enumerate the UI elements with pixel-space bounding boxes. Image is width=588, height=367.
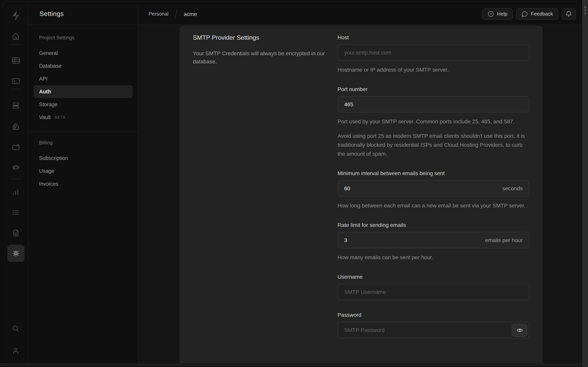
sidebar-item-subscription[interactable]: Subscription xyxy=(33,152,133,164)
sidebar-item-storage[interactable]: Storage xyxy=(33,98,133,111)
host-input[interactable] xyxy=(338,44,529,60)
database-icon[interactable] xyxy=(7,97,24,114)
card-title: SMTP Provider Settings xyxy=(193,34,326,41)
page-title: Settings xyxy=(40,10,64,18)
sidebar-item-vault[interactable]: Vault BETA xyxy=(33,111,133,124)
help-button[interactable]: ? Help xyxy=(482,8,513,20)
username-label: Username xyxy=(338,273,529,280)
logs-icon[interactable] xyxy=(7,204,24,221)
rail-divider xyxy=(10,179,21,179)
breadcrumb-project[interactable]: acme xyxy=(184,11,197,17)
port-label: Port number xyxy=(338,86,529,92)
interval-input[interactable] xyxy=(338,180,529,196)
auth-icon[interactable] xyxy=(7,118,24,135)
sidebar-item-invoices[interactable]: Invoices xyxy=(33,177,133,190)
rate-limit-field-group: Rate limit for sending emails emails per… xyxy=(338,222,529,262)
vertical-scrollbar[interactable] xyxy=(582,0,588,367)
nav-section-billing: Billing xyxy=(28,140,138,145)
sidebar-item-api[interactable]: API xyxy=(33,72,133,85)
port-input[interactable] xyxy=(338,96,529,112)
feedback-button[interactable]: Feedback xyxy=(516,8,558,20)
breadcrumb-org[interactable]: Personal xyxy=(149,11,169,17)
port-helper: Port used by your SMTP server. Common po… xyxy=(338,117,529,126)
bolt-glyph xyxy=(11,10,21,21)
smtp-settings-card: SMTP Provider Settings Your SMTP Credent… xyxy=(180,25,542,363)
sidebar-item-database[interactable]: Database xyxy=(33,59,133,72)
smtp-form: Host Hostname or IP address of your SMTP… xyxy=(338,34,529,338)
host-label: Host xyxy=(338,34,529,40)
card-description: Your SMTP Credentials will always be enc… xyxy=(193,49,326,66)
edge-functions-icon[interactable] xyxy=(7,159,24,176)
table-editor-icon[interactable] xyxy=(7,52,24,69)
reveal-password-button[interactable] xyxy=(512,324,527,336)
host-helper: Hostname or IP address of your SMTP serv… xyxy=(338,65,529,74)
main-area: Personal acme ? Help xyxy=(138,4,582,363)
sidebar-header: Settings xyxy=(28,4,138,24)
settings-nav: Project Settings General Database API Au… xyxy=(28,24,138,190)
username-field-group: Username xyxy=(338,273,529,300)
topbar: Personal acme ? Help xyxy=(138,4,582,24)
icon-rail xyxy=(4,4,28,363)
host-field-group: Host Hostname or IP address of your SMTP… xyxy=(338,34,529,74)
interval-label: Minimum interval between emails being se… xyxy=(338,170,529,176)
password-input[interactable] xyxy=(338,322,529,338)
scrollbar-thumb-dot xyxy=(584,6,586,8)
password-field-group: Password xyxy=(338,312,529,338)
breadcrumb-separator xyxy=(175,10,177,18)
beta-badge: BETA xyxy=(55,111,66,124)
speech-bubble-icon xyxy=(522,11,528,17)
sidebar-item-usage[interactable]: Usage xyxy=(33,164,133,177)
topbar-actions: ? Help Feedback xyxy=(482,8,576,20)
reports-icon[interactable] xyxy=(7,183,24,200)
app-window: Settings Project Settings General Databa… xyxy=(0,0,588,367)
port-field-group: Port number Port used by your SMTP serve… xyxy=(338,86,529,158)
sidebar-divider xyxy=(28,131,138,132)
settings-gear-icon[interactable] xyxy=(7,245,24,262)
help-circle-icon: ? xyxy=(488,11,494,17)
dashboard-window: Settings Project Settings General Databa… xyxy=(4,4,582,363)
scrollbar-thumb-dot xyxy=(584,12,586,14)
api-docs-icon[interactable] xyxy=(7,224,24,241)
username-input[interactable] xyxy=(338,284,529,300)
rail-divider xyxy=(10,89,21,89)
storage-icon[interactable] xyxy=(7,138,24,155)
rate-limit-input[interactable] xyxy=(338,232,529,248)
interval-field-group: Minimum interval between emails being se… xyxy=(338,170,529,210)
notifications-button[interactable] xyxy=(562,8,576,20)
settings-sidebar: Settings Project Settings General Databa… xyxy=(28,4,138,363)
window-bottom-edge xyxy=(0,366,582,367)
eye-icon xyxy=(516,327,523,333)
bell-icon xyxy=(565,11,572,17)
home-icon[interactable] xyxy=(7,28,24,45)
user-icon[interactable] xyxy=(7,342,24,359)
password-label: Password xyxy=(338,312,529,318)
interval-helper: How long between each email can a new em… xyxy=(338,201,529,210)
scrollbar-thumb-dot xyxy=(584,9,586,11)
horizontal-scrollbar-track[interactable] xyxy=(0,363,582,366)
nav-section-project-settings: Project Settings xyxy=(28,34,138,40)
rate-limit-helper: How many emails can be sent per hour. xyxy=(338,253,529,262)
content-area: SMTP Provider Settings Your SMTP Credent… xyxy=(138,24,582,363)
supabase-logo-icon[interactable] xyxy=(7,7,24,24)
port-helper-warning: Avoid using port 25 as modern SMTP email… xyxy=(338,131,529,158)
sidebar-item-auth[interactable]: Auth xyxy=(33,85,133,98)
rate-limit-label: Rate limit for sending emails xyxy=(338,222,529,228)
sql-editor-icon[interactable] xyxy=(7,72,24,90)
search-icon[interactable] xyxy=(7,320,24,337)
card-intro: SMTP Provider Settings Your SMTP Credent… xyxy=(193,34,338,338)
sidebar-item-general[interactable]: General xyxy=(33,47,133,59)
svg-text:?: ? xyxy=(490,12,492,16)
rail-divider xyxy=(10,44,21,45)
